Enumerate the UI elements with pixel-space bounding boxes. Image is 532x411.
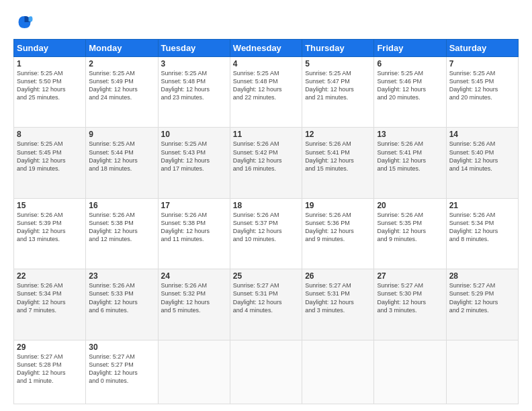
- page: SundayMondayTuesdayWednesdayThursdayFrid…: [0, 0, 532, 411]
- day-number: 14: [449, 130, 515, 139]
- logo: [13, 12, 38, 32]
- calendar-cell: 13Sunrise: 5:26 AM Sunset: 5:41 PM Dayli…: [374, 128, 446, 198]
- day-info: Sunrise: 5:25 AM Sunset: 5:43 PM Dayligh…: [161, 140, 227, 173]
- day-info: Sunrise: 5:26 AM Sunset: 5:41 PM Dayligh…: [377, 140, 443, 173]
- day-number: 7: [449, 59, 515, 68]
- header: [13, 12, 519, 32]
- day-number: 22: [17, 271, 83, 281]
- calendar-cell: 1Sunrise: 5:25 AM Sunset: 5:50 PM Daylig…: [14, 57, 86, 128]
- calendar-cell: [374, 340, 446, 404]
- col-header-monday: Monday: [86, 40, 158, 57]
- day-number: 10: [161, 130, 227, 139]
- col-header-wednesday: Wednesday: [230, 40, 302, 57]
- day-info: Sunrise: 5:25 AM Sunset: 5:45 PM Dayligh…: [449, 69, 515, 102]
- day-number: 16: [89, 201, 154, 210]
- day-info: Sunrise: 5:25 AM Sunset: 5:48 PM Dayligh…: [161, 69, 227, 102]
- calendar-cell: 14Sunrise: 5:26 AM Sunset: 5:40 PM Dayli…: [446, 128, 518, 198]
- calendar-cell: 2Sunrise: 5:25 AM Sunset: 5:49 PM Daylig…: [86, 57, 158, 128]
- day-info: Sunrise: 5:27 AM Sunset: 5:29 PM Dayligh…: [449, 281, 515, 314]
- calendar-cell: [230, 340, 302, 404]
- day-info: Sunrise: 5:27 AM Sunset: 5:27 PM Dayligh…: [89, 353, 154, 385]
- calendar-cell: 10Sunrise: 5:25 AM Sunset: 5:43 PM Dayli…: [158, 128, 230, 198]
- day-info: Sunrise: 5:26 AM Sunset: 5:36 PM Dayligh…: [305, 211, 371, 244]
- day-info: Sunrise: 5:26 AM Sunset: 5:42 PM Dayligh…: [233, 140, 299, 173]
- logo-icon: [13, 12, 34, 32]
- calendar-cell: [446, 340, 518, 404]
- calendar-cell: 8Sunrise: 5:25 AM Sunset: 5:45 PM Daylig…: [14, 128, 86, 198]
- calendar-cell: 16Sunrise: 5:26 AM Sunset: 5:38 PM Dayli…: [86, 198, 158, 269]
- day-info: Sunrise: 5:26 AM Sunset: 5:38 PM Dayligh…: [89, 211, 154, 244]
- calendar-cell: 23Sunrise: 5:26 AM Sunset: 5:33 PM Dayli…: [86, 269, 158, 340]
- day-info: Sunrise: 5:26 AM Sunset: 5:38 PM Dayligh…: [161, 211, 227, 244]
- day-info: Sunrise: 5:25 AM Sunset: 5:44 PM Dayligh…: [89, 140, 154, 173]
- day-number: 12: [305, 130, 371, 139]
- day-number: 29: [17, 342, 83, 352]
- calendar-cell: 11Sunrise: 5:26 AM Sunset: 5:42 PM Dayli…: [230, 128, 302, 198]
- day-number: 8: [17, 130, 83, 139]
- day-info: Sunrise: 5:25 AM Sunset: 5:49 PM Dayligh…: [89, 69, 154, 102]
- calendar-cell: 27Sunrise: 5:27 AM Sunset: 5:30 PM Dayli…: [374, 269, 446, 340]
- day-info: Sunrise: 5:27 AM Sunset: 5:31 PM Dayligh…: [305, 281, 371, 314]
- calendar-cell: 30Sunrise: 5:27 AM Sunset: 5:27 PM Dayli…: [86, 340, 158, 404]
- day-info: Sunrise: 5:25 AM Sunset: 5:47 PM Dayligh…: [305, 69, 371, 102]
- calendar-table: SundayMondayTuesdayWednesdayThursdayFrid…: [13, 39, 519, 404]
- calendar-cell: 17Sunrise: 5:26 AM Sunset: 5:38 PM Dayli…: [158, 198, 230, 269]
- day-number: 1: [17, 59, 83, 68]
- day-number: 3: [161, 59, 227, 68]
- day-info: Sunrise: 5:25 AM Sunset: 5:50 PM Dayligh…: [17, 69, 83, 102]
- day-number: 26: [305, 271, 371, 281]
- calendar-cell: 21Sunrise: 5:26 AM Sunset: 5:34 PM Dayli…: [446, 198, 518, 269]
- day-number: 21: [449, 201, 515, 210]
- day-number: 23: [89, 271, 154, 281]
- day-number: 19: [305, 201, 371, 210]
- day-number: 11: [233, 130, 299, 139]
- day-number: 9: [89, 130, 154, 139]
- col-header-sunday: Sunday: [14, 40, 86, 57]
- day-info: Sunrise: 5:27 AM Sunset: 5:31 PM Dayligh…: [233, 281, 299, 314]
- day-number: 4: [233, 59, 299, 68]
- day-number: 27: [377, 271, 443, 281]
- day-info: Sunrise: 5:26 AM Sunset: 5:34 PM Dayligh…: [17, 281, 83, 314]
- day-number: 6: [377, 59, 443, 68]
- day-number: 5: [305, 59, 371, 68]
- calendar-cell: 3Sunrise: 5:25 AM Sunset: 5:48 PM Daylig…: [158, 57, 230, 128]
- calendar-cell: 9Sunrise: 5:25 AM Sunset: 5:44 PM Daylig…: [86, 128, 158, 198]
- calendar-cell: 4Sunrise: 5:25 AM Sunset: 5:48 PM Daylig…: [230, 57, 302, 128]
- calendar-cell: 7Sunrise: 5:25 AM Sunset: 5:45 PM Daylig…: [446, 57, 518, 128]
- day-number: 18: [233, 201, 299, 210]
- day-info: Sunrise: 5:26 AM Sunset: 5:32 PM Dayligh…: [161, 281, 227, 314]
- calendar-cell: 18Sunrise: 5:26 AM Sunset: 5:37 PM Dayli…: [230, 198, 302, 269]
- day-info: Sunrise: 5:25 AM Sunset: 5:46 PM Dayligh…: [377, 69, 443, 102]
- calendar-cell: 22Sunrise: 5:26 AM Sunset: 5:34 PM Dayli…: [14, 269, 86, 340]
- calendar-cell: 25Sunrise: 5:27 AM Sunset: 5:31 PM Dayli…: [230, 269, 302, 340]
- day-info: Sunrise: 5:26 AM Sunset: 5:39 PM Dayligh…: [17, 211, 83, 244]
- calendar-cell: [158, 340, 230, 404]
- day-info: Sunrise: 5:26 AM Sunset: 5:33 PM Dayligh…: [89, 281, 154, 314]
- day-number: 20: [377, 201, 443, 210]
- day-number: 13: [377, 130, 443, 139]
- col-header-tuesday: Tuesday: [158, 40, 230, 57]
- day-number: 24: [161, 271, 227, 281]
- day-number: 28: [449, 271, 515, 281]
- col-header-thursday: Thursday: [302, 40, 374, 57]
- day-number: 30: [89, 342, 154, 352]
- day-info: Sunrise: 5:26 AM Sunset: 5:41 PM Dayligh…: [305, 140, 371, 173]
- day-number: 2: [89, 59, 154, 68]
- day-info: Sunrise: 5:26 AM Sunset: 5:34 PM Dayligh…: [449, 211, 515, 244]
- calendar-cell: 28Sunrise: 5:27 AM Sunset: 5:29 PM Dayli…: [446, 269, 518, 340]
- day-number: 17: [161, 201, 227, 210]
- col-header-friday: Friday: [374, 40, 446, 57]
- calendar-cell: 19Sunrise: 5:26 AM Sunset: 5:36 PM Dayli…: [302, 198, 374, 269]
- day-info: Sunrise: 5:27 AM Sunset: 5:30 PM Dayligh…: [377, 281, 443, 314]
- day-number: 25: [233, 271, 299, 281]
- calendar-cell: 26Sunrise: 5:27 AM Sunset: 5:31 PM Dayli…: [302, 269, 374, 340]
- day-info: Sunrise: 5:25 AM Sunset: 5:48 PM Dayligh…: [233, 69, 299, 102]
- day-info: Sunrise: 5:27 AM Sunset: 5:28 PM Dayligh…: [17, 353, 83, 385]
- calendar-cell: 5Sunrise: 5:25 AM Sunset: 5:47 PM Daylig…: [302, 57, 374, 128]
- day-number: 15: [17, 201, 83, 210]
- calendar-cell: 20Sunrise: 5:26 AM Sunset: 5:35 PM Dayli…: [374, 198, 446, 269]
- day-info: Sunrise: 5:25 AM Sunset: 5:45 PM Dayligh…: [17, 140, 83, 173]
- calendar-cell: 6Sunrise: 5:25 AM Sunset: 5:46 PM Daylig…: [374, 57, 446, 128]
- day-info: Sunrise: 5:26 AM Sunset: 5:40 PM Dayligh…: [449, 140, 515, 173]
- calendar-cell: 15Sunrise: 5:26 AM Sunset: 5:39 PM Dayli…: [14, 198, 86, 269]
